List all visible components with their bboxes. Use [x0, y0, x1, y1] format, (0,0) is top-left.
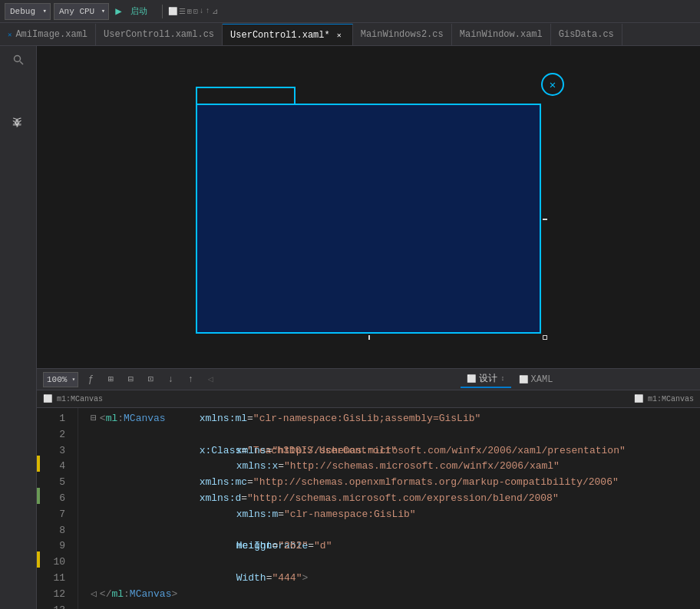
- designer-control[interactable]: ✕: [196, 104, 541, 334]
- code-line-10: Height="262" Width="444">: [91, 555, 700, 571]
- control-close-button[interactable]: ✕: [541, 73, 564, 96]
- start-button[interactable]: 启动: [124, 4, 154, 18]
- toolbar-icon-2[interactable]: ☰: [179, 7, 186, 16]
- content-area: ✕ 100% ƒ ⊞ ⊟ ⊡ ↓ ↑ ◁ ⬜: [37, 46, 700, 609]
- tab-label-mw: MainWindow.xaml: [460, 29, 543, 40]
- toolbar-icon-4[interactable]: ⊡: [193, 7, 198, 16]
- canvas-area: ✕: [37, 46, 700, 368]
- tab-label-mw2cs: MainWindows2.cs: [361, 29, 444, 40]
- side-text-label: 文本: [10, 132, 26, 138]
- line-num-8: 8: [40, 523, 71, 539]
- line-num-7: 7: [40, 507, 71, 523]
- code-editor: 1 2 3 4 5 6 7 8 9 10 11 12 13 ⊟ <ml:MCan…: [37, 408, 700, 609]
- design-tab-bar: ⬜ 设计 ↕ ⬜ XAML: [461, 371, 694, 388]
- toolbar-icon-5[interactable]: ↓: [200, 7, 204, 15]
- expand-btn[interactable]: ◁: [203, 372, 218, 387]
- cpu-dropdown[interactable]: Any CPU: [54, 3, 109, 20]
- line-num-10: 10: [40, 555, 71, 571]
- tab-label-ami: AmiImage.xaml: [15, 29, 88, 40]
- play-icon: ▶: [115, 5, 121, 18]
- resize-handle-right[interactable]: [543, 219, 547, 220]
- debug-label: Debug: [10, 7, 35, 16]
- design-tab-icon: ⬜: [467, 374, 476, 384]
- designer-bottom-bar: 100% ƒ ⊞ ⊟ ⊡ ↓ ↑ ◁ ⬜ 设计 ↕ ⬜ XAML: [37, 368, 700, 390]
- line-num-1: 1: [40, 411, 71, 427]
- tab-usercontrol1[interactable]: UserControl1.xaml* ✕: [223, 24, 353, 45]
- design-tab-label: 设计: [479, 372, 497, 385]
- tab-bar: ✕ AmiImage.xaml UserControl1.xaml.cs Use…: [0, 23, 700, 46]
- zoom-value: 100%: [47, 375, 67, 384]
- design-tab-arrow: ↕: [500, 375, 504, 383]
- toolbar: Debug Any CPU ▶ 启动 ⬜ ☰ ⊞ ⊡ ↓ ↑ ⊿: [0, 0, 700, 23]
- line-num-12: 12: [40, 587, 71, 603]
- grid-btn[interactable]: ⊞: [103, 372, 118, 387]
- left-sidebar: 文本: [0, 46, 37, 609]
- resize-handle-bottom[interactable]: [368, 335, 370, 340]
- load-btn[interactable]: ↑: [183, 372, 198, 387]
- search-icon: [12, 54, 25, 66]
- snap-btn[interactable]: ⊟: [123, 372, 138, 387]
- xaml-tab-label: XAML: [531, 374, 553, 385]
- xaml-tab-icon: ⬜: [519, 375, 528, 384]
- collapse-icon-12: ◁: [91, 587, 97, 603]
- close-x-icon: ✕: [550, 78, 556, 91]
- toolbar-icon-6[interactable]: ↑: [206, 7, 210, 15]
- tab-label-uc1cs: UserControl1.xaml.cs: [104, 29, 214, 40]
- control-body: [196, 104, 541, 334]
- line-numbers: 1 2 3 4 5 6 7 8 9 10 11 12 13: [40, 408, 78, 609]
- breadcrumb-left[interactable]: ⬜ m1:MCanvas: [43, 394, 103, 403]
- line-num-4: 4: [40, 459, 71, 475]
- tab-amiimage[interactable]: ✕ AmiImage.xaml: [0, 24, 96, 45]
- svg-point-0: [14, 56, 20, 62]
- design-tab-xaml[interactable]: ⬜ XAML: [513, 371, 560, 388]
- breadcrumb-right[interactable]: ⬜ m1:MCanvas: [634, 394, 694, 403]
- tab-usercontrol1cs[interactable]: UserControl1.xaml.cs: [96, 24, 223, 45]
- breadcrumb-bar: ⬜ m1:MCanvas ⬜ m1:MCanvas: [37, 390, 700, 408]
- sidebar-search[interactable]: [0, 49, 36, 71]
- debug-dropdown[interactable]: Debug: [5, 3, 51, 20]
- tab-label-gis: GisData.cs: [559, 29, 614, 40]
- svg-line-1: [20, 61, 23, 64]
- resize-handle-bottom-right[interactable]: [543, 335, 547, 340]
- tab-mainwindows2cs[interactable]: MainWindows2.cs: [353, 24, 452, 45]
- toolbar-icon-1[interactable]: ⬜: [168, 7, 177, 16]
- control-tab: [196, 87, 296, 104]
- code-line-7: xmlns:m="clr-namespace:GisLib": [91, 507, 700, 523]
- line-num-6: 6: [40, 491, 71, 507]
- formula-btn[interactable]: ƒ: [83, 372, 98, 387]
- toolbar-icon-7[interactable]: ⊿: [212, 7, 218, 16]
- code-content[interactable]: ⊟ <ml:MCanvas xmlns:ml="clr-namespace:Gi…: [78, 408, 700, 609]
- tab-gisdata[interactable]: GisData.cs: [551, 24, 622, 45]
- toolbar-icon-3[interactable]: ⊞: [187, 7, 192, 16]
- artboard-btn[interactable]: ⊡: [143, 372, 158, 387]
- tab-icon-ami: ✕: [8, 31, 12, 39]
- line-num-13: 13: [40, 603, 71, 609]
- line-num-5: 5: [40, 475, 71, 491]
- line-num-11: 11: [40, 571, 71, 587]
- line-num-9: 9: [40, 538, 71, 555]
- zoom-select[interactable]: 100%: [43, 372, 78, 387]
- save-btn[interactable]: ↓: [163, 372, 178, 387]
- line-num-2: 2: [40, 427, 71, 443]
- tab-label-uc1: UserControl1.xaml*: [230, 30, 330, 41]
- code-line-13: [91, 603, 700, 609]
- tab-close-uc1[interactable]: ✕: [334, 30, 345, 41]
- separator-1: [162, 5, 163, 18]
- main-body: 文本 ✕ 100%: [0, 46, 700, 609]
- cpu-label: Any CPU: [59, 7, 94, 16]
- line-num-3: 3: [40, 443, 71, 459]
- design-tab-design[interactable]: ⬜ 设计 ↕: [461, 371, 510, 388]
- tab-mainwindow[interactable]: MainWindow.xaml: [452, 24, 551, 45]
